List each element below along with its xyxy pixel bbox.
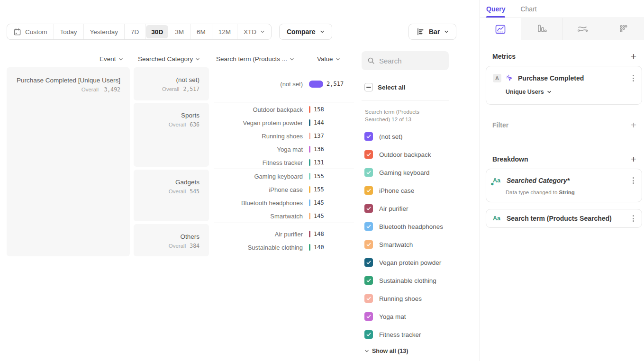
legend-item[interactable]: Fitness tracker [364, 325, 443, 343]
date-button-6m[interactable]: 6M [190, 24, 212, 39]
legend-item-label: Fitness tracker [379, 331, 421, 338]
legend-item[interactable]: Running shoes [364, 289, 443, 307]
value-bar[interactable] [309, 106, 310, 113]
date-button-30d[interactable]: 30D [146, 25, 168, 38]
legend-item-label: Vegan protein powder [379, 259, 441, 266]
icon-tab-funnels[interactable] [521, 18, 562, 40]
chevron-down-icon [336, 57, 340, 62]
legend-item[interactable]: Gaming keyboard [364, 163, 443, 181]
category-cell[interactable]: OthersOverall384 [134, 224, 209, 256]
add-metric-button[interactable]: + [628, 52, 639, 61]
legend-item[interactable]: (not set) [364, 127, 443, 145]
term-row[interactable]: iPhone case155 [214, 183, 354, 196]
legend-item[interactable]: Air purifier [364, 199, 443, 217]
overall-label: Overall [169, 189, 186, 194]
value-bar[interactable] [309, 146, 310, 153]
legend-checkbox[interactable] [364, 222, 373, 231]
term-row[interactable]: Air purifier148 [214, 227, 354, 241]
value-bar[interactable] [309, 199, 310, 206]
term-row[interactable]: Smartwatch145 [214, 209, 354, 223]
legend-checkbox[interactable] [364, 258, 373, 267]
compare-button[interactable]: Compare [279, 24, 332, 40]
category-cell[interactable]: SportsOverall636 [134, 103, 209, 167]
value-bar[interactable] [309, 119, 310, 126]
date-button-custom[interactable]: Custom [7, 24, 54, 39]
term-row[interactable]: Sustainable clothing140 [214, 241, 354, 254]
select-all-checkbox[interactable] [364, 83, 373, 91]
category-cell[interactable]: GadgetsOverall545 [134, 170, 209, 221]
legend-checkbox[interactable] [364, 294, 373, 303]
column-header-value[interactable]: Value [317, 55, 340, 63]
term-row[interactable]: Gaming keyboard155 [214, 170, 354, 183]
legend-checkbox[interactable] [364, 186, 373, 195]
legend-checkbox[interactable] [364, 168, 373, 177]
term-row[interactable]: Yoga mat136 [214, 143, 354, 156]
add-breakdown-button[interactable]: + [628, 154, 639, 164]
term-row[interactable]: (not set)2,517 [214, 67, 354, 100]
legend-checkbox[interactable] [364, 240, 373, 249]
add-filter-button[interactable]: + [628, 120, 639, 130]
legend-item[interactable]: Smartwatch [364, 235, 443, 253]
legend-checkbox[interactable] [364, 276, 373, 285]
tab-query[interactable]: Query [486, 0, 505, 18]
date-button-3m[interactable]: 3M [169, 24, 190, 39]
category-cell[interactable]: (not set)Overall2,517 [134, 67, 209, 100]
value-bar[interactable] [309, 231, 310, 237]
legend-item[interactable]: Sustainable clothing [364, 271, 443, 289]
value-bar[interactable] [309, 133, 310, 139]
breakdown-property-name: Searched Category* [507, 177, 626, 184]
icon-tab-retention[interactable] [603, 18, 644, 40]
kebab-menu-icon[interactable] [630, 73, 637, 83]
event-sparkle-icon [506, 74, 514, 82]
column-header-label: Search term (Products ... [216, 55, 287, 63]
select-all[interactable]: Select all [364, 83, 406, 91]
date-button-today[interactable]: Today [54, 24, 84, 39]
legend-item[interactable]: Yoga mat [364, 307, 443, 325]
column-header-event[interactable]: Event [100, 55, 123, 63]
term-row[interactable]: Vegan protein powder144 [214, 116, 354, 129]
filter-title: Filter [492, 121, 508, 129]
legend-checkbox[interactable] [364, 330, 373, 339]
legend-checkbox[interactable] [364, 150, 373, 159]
legend-item[interactable]: iPhone case [364, 181, 443, 199]
event-cell[interactable]: Purchase Completed [Unique Users] Overal… [7, 67, 130, 256]
legend-item[interactable]: Bluetooth headphones [364, 217, 443, 235]
kebab-menu-icon[interactable] [630, 213, 637, 224]
kebab-menu-icon[interactable] [630, 175, 637, 186]
icon-tab-flows[interactable] [562, 18, 603, 40]
date-button-yesterday[interactable]: Yesterday [84, 24, 125, 39]
breakdown-card[interactable]: Aa Search term (Products Searched) [486, 209, 642, 228]
legend-search[interactable] [362, 51, 449, 70]
search-input[interactable] [379, 57, 441, 65]
value-label: 144 [314, 119, 324, 126]
chart-type-select[interactable]: Bar [408, 24, 456, 40]
term-row[interactable]: Bluetooth headphones145 [214, 196, 354, 209]
tab-chart[interactable]: Chart [520, 0, 536, 18]
value-bar[interactable] [309, 213, 310, 219]
column-header-searched-category[interactable]: Searched Category [138, 55, 200, 63]
legend-item[interactable]: Vegan protein powder [364, 253, 443, 271]
value-bar[interactable] [309, 173, 310, 180]
term-row[interactable]: Outdoor backpack158 [214, 103, 354, 116]
breakdown-card[interactable]: Aa✱ Searched Category* Data type changed… [486, 169, 642, 202]
value-bar[interactable] [309, 159, 310, 166]
legend-checkbox[interactable] [364, 312, 373, 321]
column-header-search-term[interactable]: Search term (Products ... [216, 55, 294, 63]
metric-measure-dropdown[interactable]: Unique Users [506, 89, 642, 95]
value-bar[interactable] [309, 186, 310, 193]
term-row[interactable]: Fitness tracker131 [214, 156, 354, 169]
legend-checkbox[interactable] [364, 204, 373, 213]
term-row[interactable]: Running shoes137 [214, 129, 354, 143]
value-bar[interactable] [309, 244, 310, 251]
select-all-label: Select all [378, 84, 406, 91]
metric-card[interactable]: A Purchase Completed Unique Users [486, 66, 642, 105]
legend-checkbox[interactable] [364, 132, 373, 141]
show-all-button[interactable]: Show all (13) [364, 348, 408, 354]
legend-item[interactable]: Outdoor backpack [364, 145, 443, 163]
value-bar[interactable] [309, 81, 323, 88]
date-button-12m[interactable]: 12M [212, 24, 237, 39]
date-button-xtd[interactable]: XTD [237, 24, 271, 39]
breakdown-section-header: Breakdown + [492, 154, 639, 164]
icon-tab-insights[interactable] [480, 18, 521, 40]
date-button-7d[interactable]: 7D [125, 24, 145, 39]
